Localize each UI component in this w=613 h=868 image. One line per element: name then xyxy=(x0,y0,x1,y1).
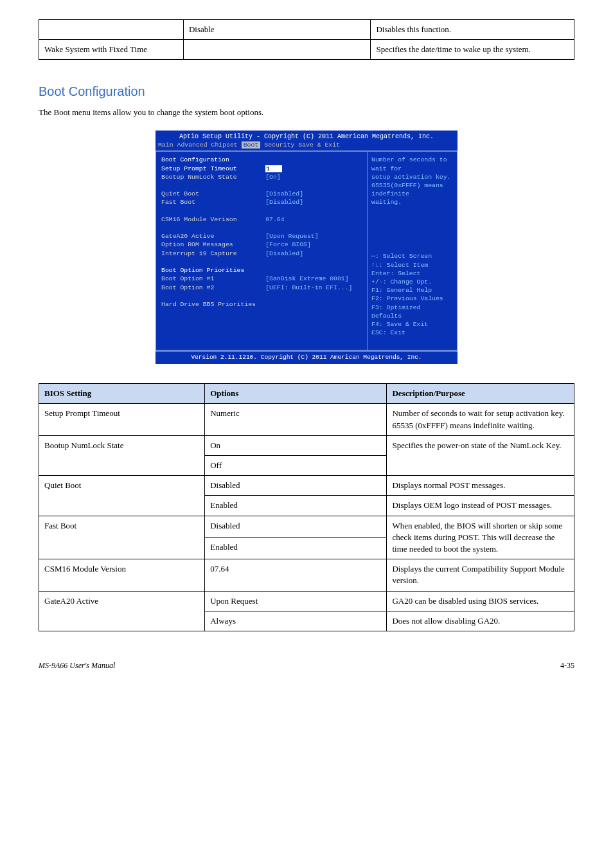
options-cell: GA20 can be disabled using BIOS services… xyxy=(387,591,574,611)
top-cell: Disable xyxy=(183,20,371,40)
options-cell: Off xyxy=(205,456,387,476)
options-head-1: BIOS Setting xyxy=(39,384,205,404)
bios-key-line: ESC: Exit xyxy=(371,329,453,337)
bios-body: Boot ConfigurationSetup Prompt Timeout1 … xyxy=(155,150,458,350)
bios-row: Boot Configuration xyxy=(161,156,362,164)
bios-left: Boot ConfigurationSetup Prompt Timeout1 … xyxy=(155,151,367,350)
top-cell: Specifies the date/time to wake up the s… xyxy=(371,40,574,60)
bios-help: Number of seconds to wait forsetup activ… xyxy=(371,156,453,252)
options-cell: Number of seconds to wait for setup acti… xyxy=(387,404,574,435)
bios-row-label: Boot Configuration xyxy=(161,156,265,164)
bios-header: Aptio Setup Utility - Copyright (C) 2011… xyxy=(155,131,458,141)
top-table-row: Wake System with Fixed TimeSpecifies the… xyxy=(39,40,574,60)
bios-row-label xyxy=(161,181,265,190)
bios-footer: Version 2.11.1210. Copyright (C) 2011 Am… xyxy=(155,350,458,364)
bios-row-label: Quiet Boot xyxy=(161,190,265,198)
bios-row-value: [On] xyxy=(265,173,362,181)
bios-row-value xyxy=(265,181,362,190)
bios-row-value: 1 xyxy=(265,165,362,173)
options-cell: Displays the current Compatibility Suppo… xyxy=(387,559,574,591)
options-row: Fast BootDisabledWhen enabled, the BIOS … xyxy=(39,516,574,538)
bios-tabs: MainAdvancedChipsetBootSecuritySave & Ex… xyxy=(155,141,458,150)
bios-row: Quiet Boot[Disabled] xyxy=(161,190,362,198)
bios-row-label xyxy=(161,207,265,215)
bios-key-line: ↔: Select Screen xyxy=(371,252,453,260)
footer-left: MS-9A66 User's Manual xyxy=(39,660,115,671)
bios-row-value: [UEFI: Built-in EFI...] xyxy=(265,284,362,292)
options-head-2: Options xyxy=(205,384,387,404)
bios-row-label xyxy=(161,224,265,232)
options-cell: Enabled xyxy=(205,538,387,559)
options-row: Setup Prompt TimeoutNumericNumber of sec… xyxy=(39,404,574,435)
bios-row: Bootup NumLock State[On] xyxy=(161,173,362,181)
bios-row: CSM16 Module Verison07.64 xyxy=(161,215,362,224)
options-cell: CSM16 Module Version xyxy=(39,559,205,591)
bios-tab: Chipset xyxy=(211,141,238,149)
bios-key-line: ↑↓: Select Item xyxy=(371,261,453,269)
bios-row-label: Hard Drive BBS Priorities xyxy=(161,300,265,309)
options-cell: Does not allow disabling GA20. xyxy=(387,611,574,631)
top-cell: Wake System with Fixed Time xyxy=(39,40,184,60)
options-cell: Displays normal POST messages. xyxy=(387,476,574,496)
options-cell: Enabled xyxy=(205,496,387,516)
bios-row: Interrupt 19 Capture[Disabled] xyxy=(161,249,362,258)
bios-row-value: [Upon Request] xyxy=(265,232,362,240)
options-cell: Disabled xyxy=(205,476,387,496)
bios-help-line: waiting. xyxy=(371,198,453,206)
options-head-3: Description/Purpose xyxy=(387,384,574,404)
bios-row-label: Fast Boot xyxy=(161,198,265,206)
options-cell: On xyxy=(205,435,387,455)
bios-row-label xyxy=(161,292,265,300)
bios-row-value: [Disabled] xyxy=(265,198,362,206)
bios-row xyxy=(161,207,362,215)
bios-tab: Main xyxy=(158,141,173,149)
options-table-head-row: BIOS Setting Options Description/Purpose xyxy=(39,384,574,404)
top-table-row: DisableDisables this function. xyxy=(39,20,574,40)
bios-row-label: Boot Option Priorities xyxy=(161,266,265,275)
top-cell xyxy=(183,40,371,60)
options-cell: Setup Prompt Timeout xyxy=(39,404,205,435)
options-cell: Displays OEM logo instead of POST messag… xyxy=(387,496,574,516)
bios-row-value: 07.64 xyxy=(265,215,362,224)
bios-key-line: Enter: Select xyxy=(371,269,453,278)
top-table-body: DisableDisables this function.Wake Syste… xyxy=(39,20,574,60)
bios-row-value xyxy=(265,292,362,300)
bios-keys: ↔: Select Screen↑↓: Select ItemEnter: Se… xyxy=(371,252,453,337)
bios-row-value xyxy=(265,266,362,275)
bios-row: Setup Prompt Timeout1 xyxy=(161,165,362,173)
bios-tab: Save & Exit xyxy=(298,141,340,149)
bios-row-label: GateA20 Active xyxy=(161,232,265,240)
bios-help-line: setup activation key. xyxy=(371,173,453,181)
bios-key-line: F2: Previous Values xyxy=(371,294,453,303)
bios-row-value xyxy=(265,224,362,232)
options-cell: GateA20 Active xyxy=(39,591,205,631)
options-cell: Quiet Boot xyxy=(39,476,205,516)
page-footer: MS-9A66 User's Manual 4-35 xyxy=(39,660,574,671)
bios-row-label: CSM16 Module Verison xyxy=(161,215,265,224)
bios-row-label: Option ROM Messages xyxy=(161,240,265,249)
bios-key-line: F4: Save & Exit xyxy=(371,320,453,329)
bios-row-value: [SanDisk Extreme 0001] xyxy=(265,275,362,283)
bios-row-label xyxy=(161,258,265,266)
bios-row xyxy=(161,292,362,300)
options-cell: Numeric xyxy=(205,404,387,435)
section-sub: The Boot menu items allow you to change … xyxy=(39,107,574,118)
top-cell xyxy=(39,20,184,40)
bios-row: Boot Option #1[SanDisk Extreme 0001] xyxy=(161,275,362,283)
options-cell: Bootup NumLock State xyxy=(39,435,205,475)
bios-row: Boot Option Priorities xyxy=(161,266,362,275)
bios-row-value: [Force BIOS] xyxy=(265,240,362,249)
options-row: Bootup NumLock StateOnSpecifies the powe… xyxy=(39,435,574,455)
section-heading: Boot Configuration xyxy=(39,82,574,100)
bios-key-line: F3: Optimized Defaults xyxy=(371,303,453,320)
options-cell: Specifies the power-on state of the NumL… xyxy=(387,435,574,475)
bios-row-label: Interrupt 19 Capture xyxy=(161,249,265,258)
bios-key-line: +/-: Change Opt. xyxy=(371,278,453,286)
bios-right: Number of seconds to wait forsetup activ… xyxy=(367,151,458,350)
bios-row xyxy=(161,224,362,232)
options-table-body: Setup Prompt TimeoutNumericNumber of sec… xyxy=(39,404,574,631)
bios-row xyxy=(161,258,362,266)
top-options-table: DisableDisables this function.Wake Syste… xyxy=(39,19,574,60)
options-cell: Upon Request xyxy=(205,591,387,611)
bios-tab: Security xyxy=(264,141,294,149)
